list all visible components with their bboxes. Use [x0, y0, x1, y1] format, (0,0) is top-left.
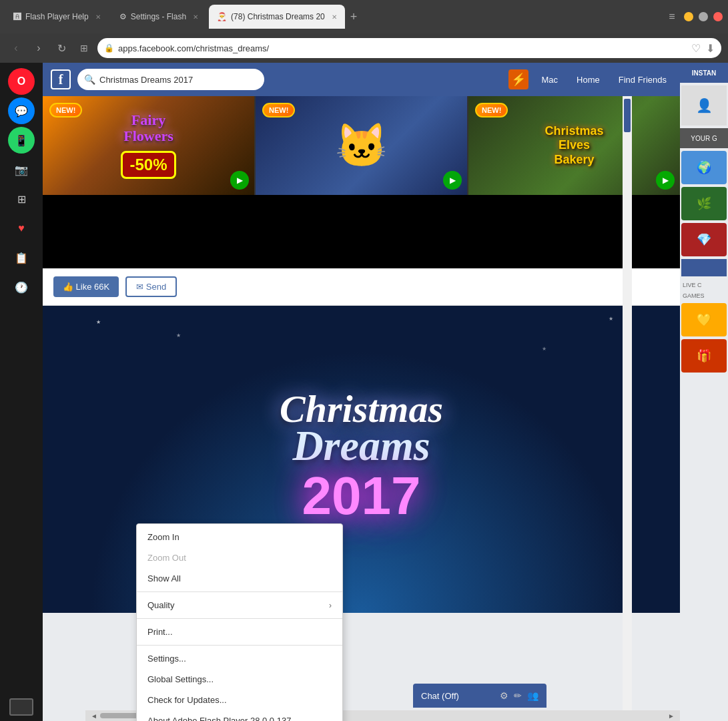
tab-settings-flash[interactable]: ⚙ Settings - Flash ✕	[111, 5, 206, 29]
window-controls: ≡	[665, 10, 723, 23]
tab-settings-label: Settings - Flash	[131, 12, 186, 21]
tab-christmas-close[interactable]: ✕	[332, 13, 337, 21]
send-button[interactable]: ✉ Send	[125, 276, 177, 297]
tab-christmas-label: (78) Christmas Dreams 20	[231, 12, 325, 21]
tab-flash-help-close[interactable]: ✕	[95, 13, 101, 21]
banner-new-badge-elves: NEW!	[475, 103, 508, 117]
chat-icons: ⚙ ✏ 👥	[500, 690, 538, 701]
chat-compose-icon[interactable]: ✏	[514, 690, 522, 701]
sidebar-icon-opera[interactable]: O	[8, 68, 35, 95]
sidebar-icon-messenger[interactable]: 💬	[8, 97, 35, 124]
minimize-button[interactable]	[684, 12, 693, 21]
chat-friends-icon[interactable]: 👥	[527, 690, 538, 701]
your-games-header: YOUR G	[680, 128, 728, 148]
menu-item-print[interactable]: Print...	[137, 622, 342, 642]
facebook-search-bar[interactable]: 🔍 Christmas Dreams 2017	[77, 69, 264, 90]
page-content: f 🔍 Christmas Dreams 2017 ⚡ Mac Home Fin…	[43, 63, 680, 721]
sidebar-bottom	[9, 698, 33, 716]
menu-separator-2	[137, 618, 342, 619]
facebook-search-text: Christmas Dreams 2017	[99, 75, 193, 85]
scroll-thumb-horizontal[interactable]	[100, 713, 140, 718]
address-text: apps.facebook.com/christmas_dreams/	[118, 43, 687, 53]
chat-settings-icon[interactable]: ⚙	[500, 690, 508, 701]
menu-item-global-settings[interactable]: Global Settings...	[137, 669, 342, 690]
tab-christmas-icon: 🎅	[217, 12, 227, 21]
tab-christmas-dreams[interactable]: 🎅 (78) Christmas Dreams 20 ✕	[209, 5, 345, 29]
fb-home-button[interactable]: Home	[571, 72, 605, 87]
send-label: ✉ Send	[136, 282, 166, 292]
scroll-right-arrow[interactable]: ►	[665, 712, 677, 720]
address-bar[interactable]: 🔒 apps.facebook.com/christmas_dreams/ ♡ …	[97, 38, 721, 58]
banner-fairy-play[interactable]: ▶	[230, 171, 249, 190]
scroll-thumb-vertical[interactable]	[624, 99, 631, 132]
maximize-button[interactable]	[699, 12, 708, 21]
sidebar-icon-history[interactable]: 🕐	[8, 274, 35, 300]
facebook-logo: f	[51, 69, 71, 89]
sidebar-icon-apps[interactable]: ⊞	[8, 186, 35, 212]
sidebar-game-2[interactable]: 🌿	[681, 187, 727, 220]
menu-item-settings[interactable]: Settings...	[137, 648, 342, 669]
like-label: 👍 Like 66K	[63, 282, 109, 292]
bookmark-button[interactable]: ♡	[691, 42, 701, 55]
banner-cat-game[interactable]: NEW! 🐱 ▶	[256, 96, 468, 195]
tab-overview-button[interactable]: ⊞	[75, 39, 93, 57]
scroll-left-arrow[interactable]: ◄	[88, 712, 100, 720]
tab-flash-help[interactable]: 🅰 Flash Player Help ✕	[5, 5, 109, 29]
sidebar-game-5[interactable]: 🎁	[681, 339, 727, 373]
menu-item-about[interactable]: About Adobe Flash Player 28.0.0.137...	[137, 710, 342, 721]
sidebar-icon-window[interactable]	[9, 698, 33, 716]
sidebar-icon-heart[interactable]: ♥	[8, 215, 35, 242]
browser-frame: 🅰 Flash Player Help ✕ ⚙ Settings - Flash…	[0, 0, 728, 721]
instant-games-header: INSTAN	[680, 63, 728, 83]
tab-settings-close[interactable]: ✕	[193, 13, 198, 21]
reload-button[interactable]: ↻	[52, 39, 71, 57]
facebook-search-icon: 🔍	[84, 74, 95, 85]
menu-item-show-all[interactable]: Show All	[137, 568, 342, 589]
ssl-lock-icon: 🔒	[104, 43, 114, 53]
menu-item-zoom-out: Zoom Out	[137, 547, 342, 568]
sidebar-icon-notes[interactable]: 📋	[8, 244, 35, 271]
banner-new-badge-fairy: NEW!	[49, 103, 82, 117]
new-tab-button[interactable]: +	[350, 10, 358, 24]
address-actions: ♡ ⬇	[691, 42, 715, 55]
left-sidebar: O 💬 📱 📷 ⊞ ♥ 📋 🕐	[0, 63, 43, 721]
download-button[interactable]: ⬇	[706, 42, 715, 55]
menu-item-zoom-in[interactable]: Zoom In	[137, 527, 342, 547]
banner-new-badge-cat: NEW!	[262, 103, 295, 117]
banner-area: NEW! FairyFlowers -50% ▶ NEW! 🐱 ▶	[43, 96, 680, 195]
like-button[interactable]: 👍 Like 66K	[53, 276, 119, 297]
forward-button[interactable]: ›	[29, 39, 48, 57]
flash-icon: ⚡	[508, 69, 528, 89]
back-button[interactable]: ‹	[7, 39, 25, 57]
banner-elves-bakery[interactable]: NEW! ChristmasElvesBakery ▶	[468, 96, 680, 195]
game-canvas[interactable]	[43, 195, 680, 268]
fb-find-friends-button[interactable]: Find Friends	[613, 72, 672, 87]
sidebar-cta	[681, 259, 727, 276]
fb-mac-button[interactable]: Mac	[536, 72, 564, 87]
toolbar: ‹ › ↻ ⊞ 🔒 apps.facebook.com/christmas_dr…	[0, 33, 728, 63]
menu-item-quality[interactable]: Quality ›	[137, 595, 342, 616]
banner-elves-play[interactable]: ▶	[656, 171, 675, 190]
title-bar: 🅰 Flash Player Help ✕ ⚙ Settings - Flash…	[0, 0, 728, 33]
close-button[interactable]	[713, 12, 723, 21]
sidebar-icon-camera[interactable]: 📷	[8, 156, 35, 183]
sidebar-game-1[interactable]: 🌍	[681, 151, 727, 184]
facebook-header: f 🔍 Christmas Dreams 2017 ⚡ Mac Home Fin…	[43, 63, 680, 96]
christmas-content: Christmas Dreams 2017	[280, 392, 443, 527]
main-area: O 💬 📱 📷 ⊞ ♥ 📋 🕐 f 🔍 Christmas Dreams 201…	[0, 63, 728, 721]
christmas-year: 2017	[280, 465, 443, 527]
sidebar-icon-whatsapp[interactable]: 📱	[8, 127, 35, 154]
tab-settings-icon: ⚙	[119, 12, 127, 21]
banner-cat-play[interactable]: ▶	[443, 171, 462, 190]
facebook-nav: ⚡ Mac Home Find Friends	[508, 69, 673, 89]
right-sidebar: INSTAN 👤 YOUR G 🌍 🌿 💎 LIVE C GAMES 💛 🎁	[680, 63, 728, 721]
menu-icon[interactable]: ≡	[665, 10, 679, 23]
sidebar-game-3[interactable]: 💎	[681, 223, 727, 256]
sidebar-game-4[interactable]: 💛	[681, 303, 727, 336]
christmas-title-line2: Dreams	[280, 427, 443, 465]
games-label: GAMES	[680, 291, 728, 300]
menu-item-check-updates[interactable]: Check for Updates...	[137, 690, 342, 710]
chat-label: Chat (Off)	[421, 691, 493, 701]
banner-fairy-flowers[interactable]: NEW! FairyFlowers -50% ▶	[43, 96, 256, 195]
chat-bar[interactable]: Chat (Off) ⚙ ✏ 👥	[413, 684, 547, 708]
